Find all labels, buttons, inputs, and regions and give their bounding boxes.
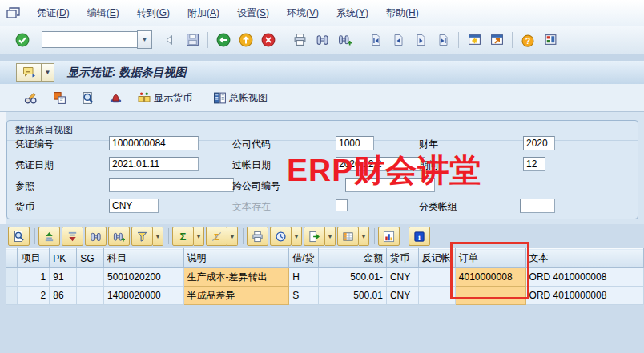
menu-help[interactable]: 帮助(H) bbox=[377, 3, 428, 23]
row-selector[interactable] bbox=[6, 268, 18, 287]
texts-exist-checkbox[interactable] bbox=[336, 199, 348, 211]
previous-button[interactable] bbox=[159, 30, 180, 50]
graphic-button[interactable] bbox=[378, 227, 400, 246]
currency-field[interactable] bbox=[109, 199, 159, 213]
cell-currency[interactable]: CNY bbox=[386, 268, 418, 287]
display-currency-button[interactable]: 显示货币 bbox=[133, 89, 196, 107]
menu-goto[interactable]: 转到(G) bbox=[128, 3, 179, 23]
export-button[interactable] bbox=[304, 227, 325, 246]
views-button[interactable] bbox=[270, 227, 292, 246]
menu-document[interactable]: 凭证(D) bbox=[28, 3, 78, 23]
find-button[interactable] bbox=[312, 30, 332, 50]
enter-button[interactable] bbox=[12, 30, 33, 50]
sort-descending-button[interactable] bbox=[62, 227, 83, 246]
display-change-button[interactable] bbox=[19, 89, 42, 107]
help-button[interactable]: ? bbox=[517, 30, 538, 50]
cell-currency[interactable]: CNY bbox=[386, 287, 418, 305]
new-session-button[interactable] bbox=[464, 30, 485, 50]
choose-layout-dropdown[interactable]: ▼ bbox=[359, 227, 369, 246]
col-sg[interactable]: SG bbox=[77, 249, 104, 268]
reference-field[interactable] bbox=[109, 178, 234, 192]
choose-layout-button[interactable] bbox=[337, 227, 359, 246]
create-shortcut-button[interactable] bbox=[486, 30, 507, 50]
cell-neg-posting[interactable] bbox=[418, 268, 455, 287]
col-currency[interactable]: 货币 bbox=[386, 249, 418, 268]
command-dropdown-icon[interactable]: ▼ bbox=[137, 30, 152, 49]
sort-ascending-button[interactable] bbox=[38, 227, 60, 246]
doc-date-field[interactable] bbox=[109, 157, 199, 171]
info-button[interactable]: i bbox=[409, 227, 430, 246]
col-pk[interactable]: PK bbox=[50, 249, 77, 268]
row-selector[interactable] bbox=[6, 287, 18, 305]
cell-description[interactable]: 生产成本-差异转出 bbox=[183, 268, 289, 287]
col-amount[interactable]: 金额 bbox=[318, 249, 386, 268]
fiscal-year-field[interactable] bbox=[523, 136, 555, 150]
doc-number-field[interactable] bbox=[109, 136, 199, 150]
cell-pk[interactable]: 91 bbox=[50, 268, 77, 287]
menu-system[interactable]: 系统(Y) bbox=[328, 3, 377, 23]
gl-view-button[interactable]: 总帐视图 bbox=[209, 89, 272, 107]
exit-button[interactable] bbox=[235, 30, 256, 50]
header-details-dropdown[interactable]: ▼ bbox=[41, 63, 54, 82]
cell-amount[interactable]: 500.01 bbox=[318, 287, 386, 305]
col-neg-posting[interactable]: 反记帐 bbox=[418, 249, 455, 268]
col-dc[interactable]: 借/贷 bbox=[289, 249, 318, 268]
company-code-field[interactable] bbox=[336, 136, 374, 150]
menu-extras[interactable]: 附加(A) bbox=[179, 3, 228, 23]
menu-environment[interactable]: 环境(V) bbox=[278, 3, 328, 23]
total-button[interactable]: Σ bbox=[172, 227, 194, 246]
subtotal-dropdown[interactable]: ▼ bbox=[227, 227, 238, 246]
filter-button[interactable] bbox=[131, 227, 153, 246]
cell-text[interactable]: ORD 4010000008 bbox=[525, 268, 643, 287]
cell-dc[interactable]: H bbox=[289, 268, 318, 287]
cell-order[interactable]: 4010000008 bbox=[455, 268, 525, 287]
cell-pk[interactable]: 86 bbox=[50, 287, 77, 305]
filter-dropdown[interactable]: ▼ bbox=[153, 227, 163, 246]
detail-button[interactable] bbox=[8, 227, 30, 246]
alv-print-button[interactable] bbox=[247, 227, 268, 246]
display-details-button[interactable] bbox=[77, 89, 99, 107]
ledger-group-field[interactable] bbox=[520, 199, 555, 213]
menu-settings[interactable]: 设置(S) bbox=[228, 3, 278, 23]
find-next-button[interactable] bbox=[334, 30, 355, 50]
row-selector-header[interactable] bbox=[6, 249, 18, 268]
cell-sg[interactable] bbox=[77, 287, 104, 305]
header-details-button[interactable] bbox=[16, 63, 41, 82]
cell-neg-posting[interactable] bbox=[418, 287, 455, 305]
last-page-button[interactable] bbox=[433, 30, 453, 50]
cell-order[interactable] bbox=[455, 287, 525, 305]
cell-item[interactable]: 1 bbox=[18, 268, 50, 287]
cell-text[interactable]: ORD 4010000008 bbox=[525, 287, 643, 305]
col-account[interactable]: 科目 bbox=[103, 249, 183, 268]
period-field[interactable] bbox=[523, 157, 545, 171]
previous-page-button[interactable] bbox=[388, 30, 409, 50]
cell-account[interactable]: 5001020200 bbox=[103, 268, 183, 287]
cell-description[interactable]: 半成品差异 bbox=[183, 287, 289, 305]
alv-find-next-button[interactable] bbox=[108, 227, 130, 246]
posting-date-field[interactable] bbox=[336, 157, 425, 171]
total-dropdown[interactable]: ▼ bbox=[194, 227, 204, 246]
col-text[interactable]: 文本 bbox=[525, 249, 643, 268]
cell-dc[interactable]: S bbox=[289, 287, 318, 305]
next-page-button[interactable] bbox=[410, 30, 431, 50]
export-dropdown[interactable]: ▼ bbox=[325, 227, 336, 246]
cross-company-field[interactable] bbox=[345, 178, 435, 192]
cancel-button[interactable] bbox=[258, 30, 279, 50]
other-document-button[interactable] bbox=[49, 89, 70, 107]
col-order[interactable]: 订单 bbox=[455, 249, 525, 268]
customize-layout-button[interactable] bbox=[540, 30, 561, 50]
save-button[interactable] bbox=[182, 30, 203, 50]
cell-sg[interactable] bbox=[77, 268, 104, 287]
col-item[interactable]: 项目 bbox=[18, 249, 50, 268]
cell-item[interactable]: 2 bbox=[18, 287, 50, 305]
cell-amount[interactable]: 500.01- bbox=[318, 268, 386, 287]
alv-find-button[interactable] bbox=[85, 227, 107, 246]
col-description[interactable]: 说明 bbox=[183, 249, 289, 268]
print-button[interactable] bbox=[289, 30, 310, 50]
back-button[interactable] bbox=[213, 30, 234, 50]
cell-account[interactable]: 1408020000 bbox=[103, 287, 183, 305]
subtotal-button[interactable]: Σ bbox=[206, 227, 227, 246]
command-field[interactable] bbox=[42, 31, 137, 48]
views-dropdown[interactable]: ▼ bbox=[292, 227, 302, 246]
menu-edit[interactable]: 编辑(E) bbox=[78, 3, 128, 23]
